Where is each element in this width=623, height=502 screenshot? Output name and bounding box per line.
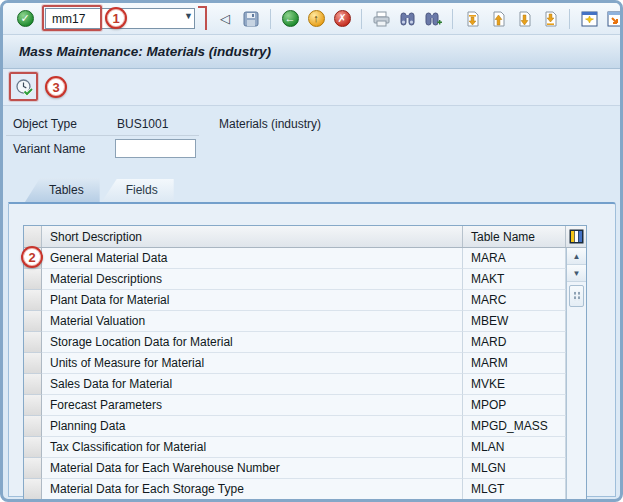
title-bar: Mass Maintenance: Materials (industry)	[3, 35, 620, 69]
short-description-cell: Material Data for Each Warehouse Number	[42, 458, 463, 479]
toolbar-separator	[452, 9, 453, 29]
table-name-cell: MARD	[463, 332, 566, 353]
row-select-cell[interactable]	[24, 416, 42, 437]
save-icon[interactable]	[241, 9, 261, 29]
annotation-step-3: 3	[45, 76, 67, 98]
column-header-short-description[interactable]: Short Description	[42, 226, 463, 247]
table-row[interactable]: Tax Classification for MaterialMLAN	[24, 437, 586, 458]
table-row[interactable]: Storage Location Data for MaterialMARD	[24, 332, 586, 353]
last-page-icon[interactable]	[540, 9, 560, 29]
tabstrip: Tables Fields	[25, 178, 174, 202]
find-next-icon[interactable]	[423, 9, 443, 29]
row-select-cell[interactable]	[24, 290, 42, 311]
table-row[interactable]: Units of Measure for MaterialMARM	[24, 353, 586, 374]
sap-window: ✓ mm17 ▼ 1 ◁ ← ↑ ✗	[0, 0, 623, 502]
print-icon[interactable]	[371, 9, 391, 29]
table-name-cell: MLGT	[463, 479, 566, 500]
command-field-dropdown-icon[interactable]: ▼	[184, 11, 193, 21]
short-description-cell: Material Valuation	[42, 311, 463, 332]
standard-toolbar: ✓ mm17 ▼ 1 ◁ ← ↑ ✗	[3, 3, 620, 35]
table-row[interactable]: Material Data for Each Storage TypeMLGT	[24, 479, 586, 500]
short-description-cell: Sales Data for Material	[42, 374, 463, 395]
short-description-cell: Plant Data for Material	[42, 290, 463, 311]
scrollbar-grip	[573, 291, 581, 301]
execute-button-wrapper	[13, 76, 35, 98]
table-row[interactable]: Sales Data for MaterialMVKE	[24, 374, 586, 395]
table-row[interactable]: Material ValuationMBEW	[24, 311, 586, 332]
table-name-cell: MLGN	[463, 458, 566, 479]
table-name-cell: MAKT	[463, 269, 566, 290]
table-name-cell: MBEW	[463, 311, 566, 332]
row-select-cell[interactable]	[24, 311, 42, 332]
toolbar-separator	[569, 9, 570, 29]
short-description-cell: Forecast Parameters	[42, 395, 463, 416]
annotation-bracket-mark	[198, 6, 207, 30]
scroll-up-button[interactable]: ▲	[567, 248, 586, 265]
row-select-cell[interactable]	[24, 437, 42, 458]
new-session-icon[interactable]	[579, 9, 599, 29]
create-shortcut-icon[interactable]	[605, 9, 623, 29]
scrollbar-thumb[interactable]	[569, 285, 584, 307]
table-name-cell: MARM	[463, 353, 566, 374]
table-name-cell: MLAN	[463, 437, 566, 458]
row-select-cell[interactable]	[24, 374, 42, 395]
table-row[interactable]: Plant Data for MaterialMARC	[24, 290, 586, 311]
column-header-table-name[interactable]: Table Name	[463, 226, 566, 247]
page-up-icon[interactable]	[488, 9, 508, 29]
tables-grid: Short Description Table Name General Mat…	[23, 225, 587, 500]
enter-icon[interactable]: ✓	[15, 9, 35, 29]
form-divider	[6, 135, 199, 136]
table-configuration-icon[interactable]	[566, 226, 586, 247]
short-description-cell: Planning Data	[42, 416, 463, 437]
first-page-icon[interactable]	[462, 9, 482, 29]
annotation-step-2: 2	[21, 246, 43, 268]
toolbar-separator	[361, 9, 362, 29]
variant-name-label: Variant Name	[13, 142, 85, 156]
table-row[interactable]: Material DescriptionsMAKT	[24, 269, 586, 290]
short-description-cell: Material Data for Each Storage Type	[42, 479, 463, 500]
table-row[interactable]: Material Data for Each Warehouse NumberM…	[24, 458, 586, 479]
table-name-cell: MPOP	[463, 395, 566, 416]
annotation-step-1: 1	[105, 7, 127, 29]
tab-fields[interactable]: Fields	[102, 179, 174, 202]
table-row[interactable]: Forecast ParametersMPOP	[24, 395, 586, 416]
toolbar-separator	[270, 9, 271, 29]
row-select-cell[interactable]	[24, 269, 42, 290]
object-type-description: Materials (industry)	[219, 117, 321, 131]
select-all-header-cell[interactable]	[24, 226, 42, 247]
row-select-cell[interactable]	[24, 353, 42, 374]
short-description-cell: General Material Data	[42, 248, 463, 269]
back-icon[interactable]: ←	[280, 9, 300, 29]
scroll-down-button[interactable]: ▼	[567, 265, 586, 282]
object-type-label: Object Type	[13, 117, 77, 131]
table-row[interactable]: General Material DataMARA	[24, 248, 586, 269]
short-description-cell: Material Descriptions	[42, 269, 463, 290]
collapse-command-field-icon[interactable]: ◁	[215, 9, 235, 29]
table-header-row: Short Description Table Name	[24, 226, 586, 248]
command-field-wrapper: mm17 ▼ 1	[45, 8, 195, 29]
table-row[interactable]: Planning DataMPGD_MASS	[24, 416, 586, 437]
table-name-cell: MARC	[463, 290, 566, 311]
tab-tables[interactable]: Tables	[25, 178, 100, 202]
table-name-cell: MVKE	[463, 374, 566, 395]
short-description-cell: Units of Measure for Material	[42, 353, 463, 374]
page-down-icon[interactable]	[514, 9, 534, 29]
vertical-scrollbar: ▲ ▼	[566, 248, 586, 499]
table-name-cell: MARA	[463, 248, 566, 269]
page-title: Mass Maintenance: Materials (industry)	[19, 44, 271, 59]
variant-name-input[interactable]	[115, 139, 196, 158]
object-type-value: BUS1001	[117, 117, 168, 131]
row-select-cell[interactable]	[24, 395, 42, 416]
cancel-icon[interactable]: ✗	[332, 9, 352, 29]
exit-icon[interactable]: ↑	[306, 9, 326, 29]
short-description-cell: Storage Location Data for Material	[42, 332, 463, 353]
row-select-cell[interactable]	[24, 458, 42, 479]
table-body: General Material DataMARAMaterial Descri…	[24, 248, 586, 500]
enter-check-glyph: ✓	[17, 10, 34, 27]
row-select-cell[interactable]	[24, 479, 42, 500]
application-toolbar: 3	[3, 69, 620, 106]
execute-icon[interactable]	[14, 77, 34, 97]
find-icon[interactable]	[397, 9, 417, 29]
row-select-cell[interactable]	[24, 332, 42, 353]
short-description-cell: Tax Classification for Material	[42, 437, 463, 458]
